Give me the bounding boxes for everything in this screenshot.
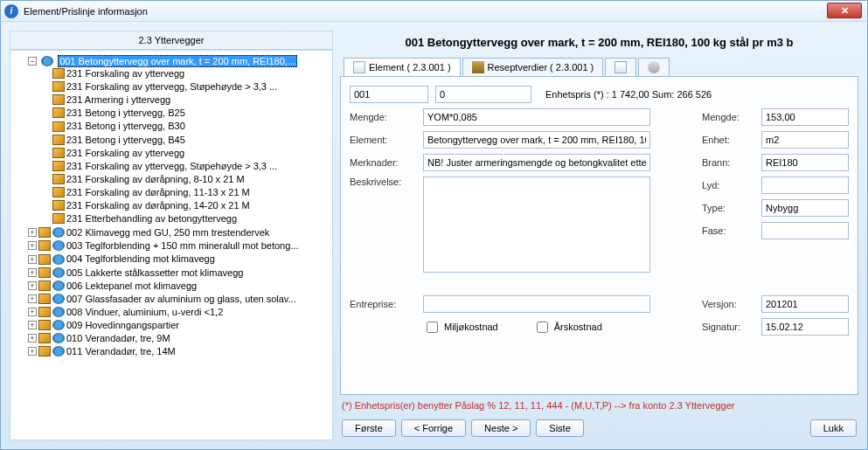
tree-node[interactable]: 231 Etterbehandling av betongyttervegg bbox=[42, 211, 329, 225]
tree-node-label: 231 Betong i yttervegg, B45 bbox=[66, 135, 185, 145]
beskrivelse-field[interactable] bbox=[423, 177, 650, 273]
globe-icon bbox=[52, 240, 65, 251]
forste-button[interactable]: Første bbox=[342, 419, 396, 437]
cube-icon bbox=[52, 174, 65, 184]
lukk-button[interactable]: Lukk bbox=[810, 419, 857, 437]
tree-node-label: 231 Forskaling av døråpning, 14-20 x 21 … bbox=[66, 200, 250, 211]
signatur-label: Signatur: bbox=[702, 322, 754, 332]
beskrivelse-label: Beskrivelse: bbox=[350, 177, 416, 187]
tree-node[interactable]: +009 Hovedinngangspartier bbox=[28, 318, 329, 331]
tab-element[interactable]: Element ( 2.3.001 ) bbox=[344, 58, 461, 76]
id-field[interactable] bbox=[350, 86, 428, 103]
expander-icon[interactable]: + bbox=[28, 281, 37, 290]
tab-resept-label: Reseptverdier ( 2.3.001 ) bbox=[488, 62, 594, 73]
brann-field[interactable] bbox=[761, 154, 849, 171]
tab-strip: Element ( 2.3.001 ) Reseptverdier ( 2.3.… bbox=[340, 58, 858, 76]
cubes-icon bbox=[38, 240, 51, 251]
tree-node[interactable]: +008 Vinduer, aluminium, u-verdi <1,2 bbox=[28, 305, 329, 318]
tree-node[interactable]: +005 Lakkerte stålkassetter mot klimaveg… bbox=[28, 266, 329, 279]
element-field[interactable] bbox=[423, 131, 650, 149]
expander-icon[interactable]: + bbox=[28, 241, 37, 250]
expander-icon[interactable]: + bbox=[28, 321, 37, 329]
tree-node-label: 231 Forskaling av yttervegg, Støpehøyde … bbox=[66, 161, 277, 171]
fase-field[interactable] bbox=[761, 222, 849, 239]
tree-header: 2.3 Yttervegger bbox=[10, 31, 333, 50]
tree-node[interactable]: +002 Klimavegg med GU, 250 mm trestender… bbox=[28, 225, 329, 239]
titlebar: i Element/Prislinje informasjon ✕ bbox=[1, 1, 867, 22]
tree-node[interactable]: +006 Lektepanel mot klimavegg bbox=[28, 279, 329, 292]
tab-doc[interactable] bbox=[605, 58, 636, 76]
window-title: Element/Prislinje informasjon bbox=[24, 6, 148, 17]
tree-node[interactable]: 231 Betong i yttervegg, B30 bbox=[42, 119, 329, 132]
expander-icon[interactable]: + bbox=[28, 255, 37, 264]
neste-button[interactable]: Neste > bbox=[471, 419, 531, 437]
tree-node[interactable]: +004 Teglforblending mot klimavegg bbox=[28, 252, 329, 265]
expander-icon[interactable]: + bbox=[28, 294, 37, 303]
tree-node[interactable]: 231 Forskaling av døråpning, 11-13 x 21 … bbox=[42, 185, 329, 198]
arskostnad-checkbox[interactable] bbox=[537, 322, 548, 333]
cubes-icon bbox=[38, 346, 51, 357]
tree-node-label: 006 Lektepanel mot klimavegg bbox=[66, 280, 197, 291]
versjon-field[interactable] bbox=[761, 295, 849, 313]
tree-node[interactable]: +007 Glassfasader av aluminium og glass,… bbox=[28, 292, 329, 305]
tree-node-label: 005 Lakkerte stålkassetter mot klimavegg bbox=[66, 267, 243, 278]
tree-node[interactable]: +011 Verandadør, tre, 14M bbox=[28, 344, 329, 357]
tree-node[interactable]: +010 Verandadør, tre, 9M bbox=[28, 331, 329, 344]
siste-button[interactable]: Siste bbox=[536, 419, 583, 437]
tree-node[interactable]: 231 Betong i yttervegg, B25 bbox=[42, 106, 329, 119]
tab-gear[interactable] bbox=[638, 58, 670, 76]
entreprise-field[interactable] bbox=[423, 295, 650, 313]
tree-node[interactable]: 231 Forskaling av døråpning, 14-20 x 21 … bbox=[42, 198, 329, 211]
tree-node-label: 231 Forskaling av døråpning, 11-13 x 21 … bbox=[66, 187, 250, 197]
mengde-label: Mengde: bbox=[350, 112, 416, 122]
enhet-field[interactable] bbox=[761, 131, 849, 149]
tree-node-label: 231 Betong i yttervegg, B25 bbox=[66, 107, 185, 118]
tree-node[interactable]: 231 Forskaling av døråpning, 8-10 x 21 M bbox=[42, 172, 329, 185]
tree-node-label: 009 Hovedinngangspartier bbox=[66, 320, 179, 330]
tree-node[interactable]: 231 Forskaling av yttervegg, Støpehøyde … bbox=[42, 159, 329, 172]
expander-icon[interactable]: − bbox=[28, 57, 37, 66]
footnote: (*) Enhetspris(er) benytter Påslag % 12,… bbox=[340, 395, 858, 416]
lyd-label: Lyd: bbox=[702, 180, 754, 190]
expander-icon[interactable]: + bbox=[28, 334, 37, 343]
merknader-field[interactable] bbox=[423, 154, 650, 171]
expander-icon[interactable]: + bbox=[28, 268, 37, 277]
tree-node-label: 011 Verandadør, tre, 14M bbox=[66, 346, 176, 357]
expander-icon[interactable]: + bbox=[28, 228, 37, 237]
cube-icon bbox=[52, 68, 65, 79]
tree-node-selected[interactable]: 001 Betongyttervegg over mark, t = 200 m… bbox=[58, 55, 297, 67]
globe-icon bbox=[52, 333, 65, 343]
merknader-label: Merknader: bbox=[350, 157, 416, 168]
mengde-field[interactable] bbox=[423, 108, 650, 126]
miljokostnad-label: Miljøkostnad bbox=[444, 322, 498, 332]
forrige-button[interactable]: < Forrige bbox=[401, 419, 466, 437]
tree-node[interactable]: 231 Forskaling av yttervegg, Støpehøyde … bbox=[42, 80, 329, 93]
mengde2-label: Mengde: bbox=[702, 112, 754, 122]
signatur-field[interactable] bbox=[761, 318, 849, 336]
tree-node[interactable]: 231 Forskaling av yttervegg bbox=[42, 146, 329, 159]
expander-icon[interactable]: + bbox=[28, 308, 37, 316]
cube-icon bbox=[52, 81, 65, 92]
type-label: Type: bbox=[702, 203, 754, 213]
cube-icon bbox=[52, 187, 65, 197]
mengde2-field[interactable] bbox=[761, 108, 849, 126]
tree-node-label: 008 Vinduer, aluminium, u-verdi <1,2 bbox=[66, 307, 223, 317]
miljokostnad-checkbox[interactable] bbox=[427, 322, 438, 333]
cube-icon bbox=[52, 94, 65, 105]
expander-icon[interactable]: + bbox=[28, 347, 37, 356]
tree-node-label: 004 Teglforblending mot klimavegg bbox=[66, 254, 215, 265]
close-button[interactable]: ✕ bbox=[827, 3, 862, 18]
tree-node[interactable]: +003 Teglforblending + 150 mm mineralull… bbox=[28, 239, 329, 252]
element-tab-icon bbox=[353, 61, 365, 73]
tab-resept[interactable]: Reseptverdier ( 2.3.001 ) bbox=[462, 58, 604, 76]
globe-icon bbox=[52, 280, 65, 291]
tree-node[interactable]: 231 Forskaling av yttervegg bbox=[42, 66, 329, 80]
tree-node[interactable]: 231 Betong i yttervegg, B45 bbox=[42, 133, 329, 146]
type-field[interactable] bbox=[761, 199, 849, 217]
lyd-field[interactable] bbox=[761, 177, 849, 194]
page-title: 001 Betongyttervegg over mark, t = 200 m… bbox=[340, 31, 858, 58]
tree-view[interactable]: − 001 Betongyttervegg over mark, t = 200… bbox=[10, 50, 333, 440]
tree-node-label: 003 Teglforblending + 150 mm mineralull … bbox=[66, 240, 298, 251]
zero-field[interactable] bbox=[435, 86, 531, 103]
tree-node[interactable]: 231 Armering i yttervegg bbox=[42, 93, 329, 106]
